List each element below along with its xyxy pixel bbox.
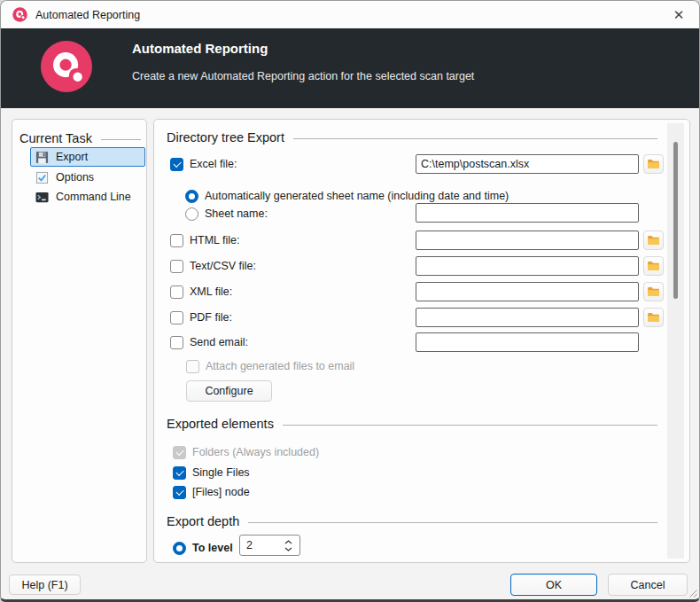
close-button[interactable]: ✕: [658, 1, 699, 28]
export-settings-panel: Directory tree Export Excel file: Automa…: [153, 119, 690, 563]
excel-file-row[interactable]: Excel file:: [170, 156, 237, 172]
sidebar-item-label: Command Line: [56, 191, 131, 203]
directory-tree-export-title: Directory tree Export: [167, 130, 657, 145]
header-subtitle: Create a new Automated Reporting action …: [132, 70, 474, 82]
attach-files-label: Attach generated files to email: [206, 360, 354, 372]
html-file-input[interactable]: [416, 231, 639, 250]
csv-file-label: Text/CSV file:: [190, 260, 256, 272]
sheet-name-input[interactable]: [416, 203, 639, 223]
pdf-file-checkbox[interactable]: [170, 311, 183, 324]
close-icon: ✕: [673, 7, 685, 23]
pdf-browse-button[interactable]: [643, 308, 664, 327]
send-email-row[interactable]: Send email:: [170, 334, 248, 350]
help-button[interactable]: Help (F1): [9, 575, 81, 595]
folders-checkbox: [173, 446, 186, 459]
auto-sheet-name-label: Automatically generated sheet name (incl…: [205, 190, 509, 202]
title-bar: Automated Reporting ✕: [1, 1, 699, 28]
current-task-panel: Current Task Export Options: [12, 119, 147, 563]
window-title: Automated Reporting: [35, 9, 140, 21]
auto-sheet-name-radio[interactable]: [185, 190, 198, 203]
exported-elements-title: Exported elements: [167, 417, 657, 431]
files-node-checkbox[interactable]: [173, 486, 186, 499]
spinner-down-icon[interactable]: [284, 547, 292, 551]
files-node-label: [Files] node: [192, 486, 250, 498]
xml-file-row[interactable]: XML file:: [170, 284, 232, 300]
folders-row: Folders (Always included): [173, 444, 319, 460]
sheet-name-row[interactable]: Sheet name:: [185, 206, 268, 222]
excel-browse-button[interactable]: [643, 154, 664, 174]
single-files-row[interactable]: Single Files: [173, 465, 250, 481]
send-email-input[interactable]: [416, 332, 639, 352]
terminal-icon: [35, 191, 49, 204]
resize-grip[interactable]: [689, 590, 697, 598]
send-email-label: Send email:: [190, 336, 248, 348]
html-browse-button[interactable]: [643, 231, 664, 250]
excel-file-input[interactable]: [416, 154, 639, 174]
dialog-header: Automated Reporting Create a new Automat…: [1, 28, 699, 108]
sheet-name-radio[interactable]: [185, 207, 198, 221]
to-level-radio[interactable]: [173, 542, 186, 555]
sidebar-item-label: Export: [56, 151, 88, 163]
brand-logo-icon: [40, 40, 93, 93]
folder-icon: [647, 286, 660, 297]
csv-browse-button[interactable]: [643, 256, 664, 276]
vertical-scrollbar[interactable]: [667, 123, 684, 559]
html-file-row[interactable]: HTML file:: [170, 232, 240, 248]
scrollbar-thumb[interactable]: [673, 142, 678, 299]
folder-icon: [647, 235, 660, 246]
cancel-button[interactable]: Cancel: [608, 574, 688, 596]
xml-browse-button[interactable]: [643, 282, 664, 301]
pdf-file-label: PDF file:: [190, 311, 232, 324]
ok-button[interactable]: OK: [510, 574, 597, 596]
excel-file-label: Excel file:: [190, 158, 237, 170]
attach-files-checkbox: [186, 360, 199, 373]
checkbox-icon: [35, 171, 49, 184]
current-task-group-title: Current Task: [19, 131, 141, 145]
to-level-row[interactable]: To level: [173, 540, 233, 556]
sheet-name-label: Sheet name:: [205, 207, 268, 220]
single-files-checkbox[interactable]: [173, 466, 186, 480]
pdf-file-input[interactable]: [416, 308, 639, 327]
sidebar-item-export[interactable]: Export: [30, 147, 145, 167]
level-spinner[interactable]: 2: [239, 535, 300, 556]
html-file-checkbox[interactable]: [170, 234, 183, 247]
auto-sheet-name-row[interactable]: Automatically generated sheet name (incl…: [185, 188, 509, 204]
app-logo-icon: [12, 7, 27, 22]
pdf-file-row[interactable]: PDF file:: [170, 309, 232, 325]
sidebar-item-command-line[interactable]: Command Line: [30, 187, 145, 207]
html-file-label: HTML file:: [190, 234, 240, 246]
folders-label: Folders (Always included): [192, 446, 319, 458]
send-email-checkbox[interactable]: [170, 336, 183, 349]
level-value: 2: [246, 539, 284, 551]
single-files-label: Single Files: [192, 466, 250, 479]
csv-file-row[interactable]: Text/CSV file:: [170, 258, 256, 274]
excel-file-checkbox[interactable]: [170, 158, 183, 171]
xml-file-checkbox[interactable]: [170, 285, 183, 299]
folder-icon: [647, 261, 660, 271]
csv-file-input[interactable]: [416, 256, 639, 276]
files-node-row[interactable]: [Files] node: [173, 484, 250, 500]
csv-file-checkbox[interactable]: [170, 260, 183, 273]
floppy-disk-icon: [35, 151, 49, 164]
sidebar-item-options[interactable]: Options: [30, 168, 145, 187]
configure-button[interactable]: Configure: [186, 380, 272, 402]
spinner-up-icon[interactable]: [284, 540, 292, 544]
folder-icon: [647, 312, 660, 323]
xml-file-input[interactable]: [416, 282, 639, 301]
export-depth-title: Export depth: [167, 514, 657, 528]
attach-files-row: Attach generated files to email: [186, 358, 354, 374]
dialog-window: Automated Reporting ✕ Automated Reportin…: [0, 0, 700, 602]
to-level-label: To level: [192, 542, 233, 554]
sidebar-item-label: Options: [56, 171, 94, 184]
folder-icon: [647, 159, 660, 169]
xml-file-label: XML file:: [190, 285, 232, 298]
header-title: Automated Reporting: [132, 41, 268, 56]
